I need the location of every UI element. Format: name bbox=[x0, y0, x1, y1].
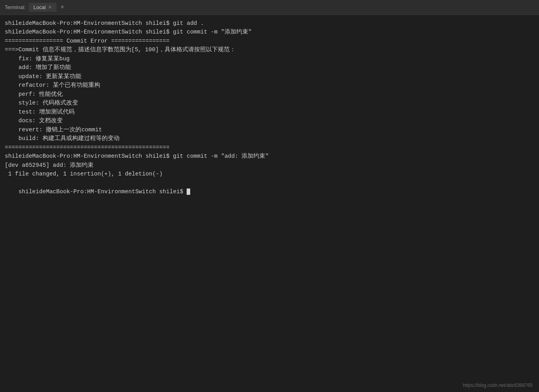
terminal-line-11: test: 增加测试代码 bbox=[5, 108, 534, 116]
add-tab-button[interactable]: + bbox=[58, 4, 67, 11]
terminal-line-7: update: 更新某某功能 bbox=[5, 72, 534, 81]
terminal-line-9: perf: 性能优化 bbox=[5, 90, 534, 99]
terminal-line-16: shileideMacBook-Pro:HM-EnvironmentSwitch… bbox=[5, 152, 534, 161]
tab-close-icon[interactable]: ✕ bbox=[48, 5, 52, 10]
terminal-line-19: shileideMacBook-Pro:HM-EnvironmentSwitch… bbox=[5, 178, 534, 205]
terminal-line-17: [dev a652945] add: 添加约束 bbox=[5, 161, 534, 170]
terminal-line-13: revert: 撤销上一次的commit bbox=[5, 125, 534, 134]
terminal-line-18: 1 file changed, 1 insertion(+), 1 deleti… bbox=[5, 170, 534, 178]
terminal-line-6: add: 增加了新功能 bbox=[5, 63, 534, 72]
terminal-line-12: docs: 文档改变 bbox=[5, 116, 534, 125]
terminal-line-3: ================= Commit Error =========… bbox=[5, 37, 534, 45]
terminal-line-1: shileideMacBook-Pro:HM-EnvironmentSwitch… bbox=[5, 19, 534, 28]
terminal-line-14: build: 构建工具或构建过程等的变动 bbox=[5, 134, 534, 143]
title-bar: Terminal: Local ✕ + bbox=[0, 0, 539, 15]
terminal-line-8: refactor: 某个已有功能重构 bbox=[5, 81, 534, 90]
terminal-body[interactable]: shileideMacBook-Pro:HM-EnvironmentSwitch… bbox=[0, 15, 539, 392]
terminal-line-4: ===>Commit 信息不规范，描述信息字数范围为[5, 100]，具体格式请… bbox=[5, 45, 534, 54]
terminal-line-15: ========================================… bbox=[5, 143, 534, 152]
tab-local[interactable]: Local ✕ bbox=[29, 3, 56, 12]
terminal-line-5: fix: 修复某某bug bbox=[5, 54, 534, 63]
terminal-label: Terminal: bbox=[5, 4, 26, 10]
terminal-line-2: shileideMacBook-Pro:HM-EnvironmentSwitch… bbox=[5, 28, 534, 36]
prompt-text: shileideMacBook-Pro:HM-EnvironmentSwitch… bbox=[19, 189, 187, 195]
watermark: https://blog.csdn.net/abc6368765 bbox=[463, 383, 533, 388]
cursor-block bbox=[187, 189, 190, 195]
tab-local-label: Local bbox=[34, 4, 46, 10]
terminal-line-10: style: 代码格式改变 bbox=[5, 99, 534, 107]
